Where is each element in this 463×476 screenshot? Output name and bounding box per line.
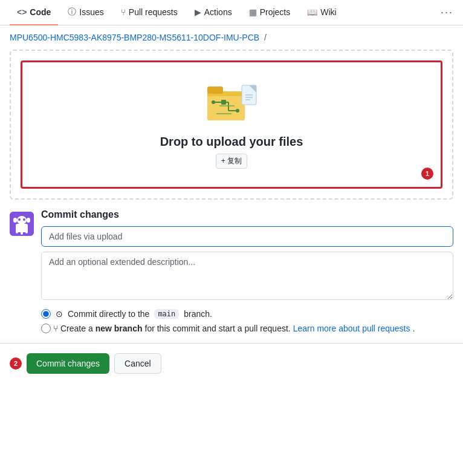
svg-rect-8: [221, 100, 226, 105]
svg-point-7: [236, 109, 239, 112]
cancel-button[interactable]: Cancel: [114, 353, 161, 374]
upload-badge: 1: [421, 168, 433, 180]
commit-branch-bold: new branch: [96, 324, 143, 333]
commit-form: Commit changes ⊙ Commit directly to the …: [41, 209, 453, 333]
commit-direct-suffix: branch.: [184, 309, 212, 319]
breadcrumb-repo-link[interactable]: MPU6500-HMC5983-AK8975-BMP280-MS5611-10D…: [10, 33, 259, 42]
svg-rect-23: [16, 229, 18, 233]
issues-icon: ⓘ: [68, 7, 76, 18]
svg-rect-25: [25, 229, 28, 233]
commit-options: ⊙ Commit directly to the main branch. ⑂ …: [41, 309, 453, 333]
copy-button[interactable]: + 复制: [216, 154, 247, 169]
nav-item-actions[interactable]: ▶ Actions: [187, 0, 239, 25]
commit-direct-radio[interactable]: [41, 309, 51, 319]
nav-more-button[interactable]: ···: [441, 6, 453, 19]
nav-bar: <> Code ⓘ Issues ⑂ Pull requests ▶ Actio…: [0, 0, 463, 25]
projects-icon: ▦: [249, 7, 257, 17]
commit-branch-prefix: Create a: [60, 324, 93, 333]
svg-rect-19: [13, 218, 17, 223]
commit-branch-suffix: for this commit and start a pull request…: [145, 324, 291, 333]
nav-item-projects[interactable]: ▦ Projects: [242, 0, 298, 25]
footer-actions: 2 Commit changes Cancel: [0, 343, 463, 386]
nav-item-pull-requests[interactable]: ⑂ Pull requests: [114, 0, 185, 25]
commit-branch-git-icon: ⑂: [53, 324, 58, 333]
svg-rect-1: [207, 86, 223, 94]
branch-badge: main: [154, 309, 179, 319]
svg-point-6: [212, 100, 215, 104]
commit-branch-link-suffix: .: [413, 324, 415, 333]
breadcrumb: MPU6500-HMC5983-AK8975-BMP280-MS5611-10D…: [0, 25, 463, 50]
commit-direct-prefix: Commit directly to the: [68, 309, 149, 319]
nav-item-code[interactable]: <> Code: [10, 0, 58, 25]
upload-drop-zone[interactable]: Drop to upload your files + 复制 1: [21, 60, 442, 189]
drop-text: Drop to upload your files: [160, 135, 303, 149]
svg-rect-2: [207, 96, 245, 120]
drop-icon: [204, 80, 259, 129]
commit-changes-button[interactable]: Commit changes: [27, 353, 109, 374]
commit-title: Commit changes: [41, 209, 453, 220]
pull-request-learn-link[interactable]: Learn more about pull requests: [293, 324, 410, 333]
commit-description-textarea[interactable]: [41, 252, 453, 300]
nav-label-pull-requests: Pull requests: [129, 7, 178, 17]
nav-label-code: Code: [30, 7, 51, 17]
avatar: [10, 212, 34, 236]
commit-section: Commit changes ⊙ Commit directly to the …: [10, 209, 453, 333]
actions-icon: ▶: [195, 7, 201, 17]
commit-branch-radio[interactable]: [41, 324, 51, 333]
footer-badge: 2: [10, 357, 22, 370]
commit-message-input[interactable]: [41, 226, 453, 247]
pull-request-icon: ⑂: [121, 7, 126, 17]
svg-rect-20: [27, 218, 30, 223]
commit-direct-option[interactable]: ⊙ Commit directly to the main branch.: [41, 309, 453, 319]
nav-label-actions: Actions: [204, 7, 232, 17]
breadcrumb-separator: /: [264, 33, 267, 42]
svg-rect-24: [21, 230, 23, 235]
svg-point-21: [18, 218, 21, 221]
nav-item-issues[interactable]: ⓘ Issues: [60, 0, 111, 25]
commit-direct-git-icon: ⊙: [56, 309, 63, 319]
nav-label-wiki: Wiki: [320, 7, 336, 17]
nav-label-projects: Projects: [260, 7, 291, 17]
nav-label-issues: Issues: [79, 7, 103, 17]
wiki-icon: 📖: [307, 7, 317, 17]
commit-branch-option[interactable]: ⑂ Create a new branch for this commit an…: [41, 324, 453, 333]
nav-item-wiki[interactable]: 📖 Wiki: [300, 0, 343, 25]
svg-point-22: [23, 218, 25, 221]
code-icon: <>: [17, 7, 27, 17]
upload-container: Drop to upload your files + 复制 1: [10, 50, 453, 200]
